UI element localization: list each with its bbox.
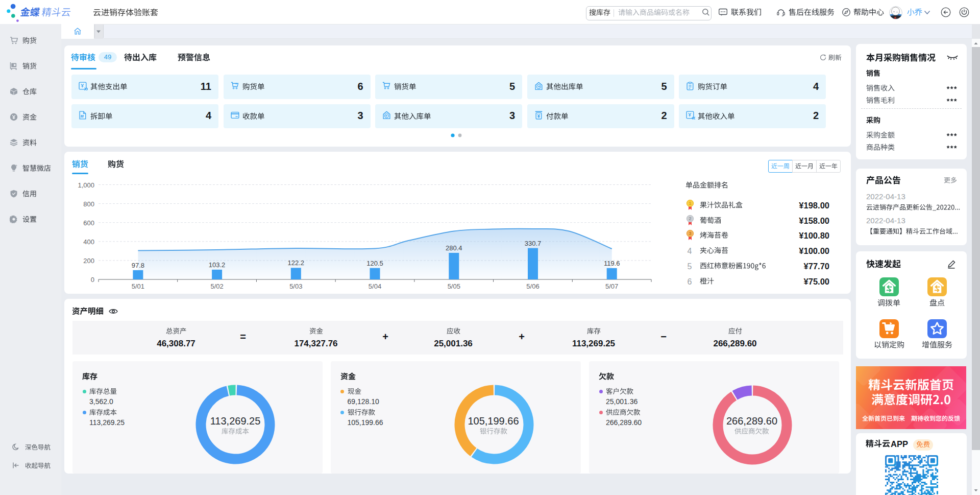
svg-text:1: 1 (689, 201, 691, 206)
svg-text:3: 3 (689, 231, 691, 236)
svg-text:2: 2 (689, 216, 691, 221)
